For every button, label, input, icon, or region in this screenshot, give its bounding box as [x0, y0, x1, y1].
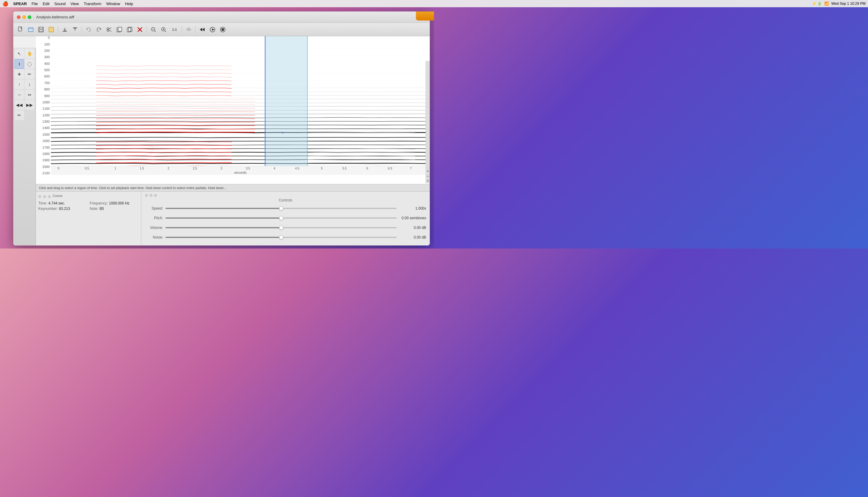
- x-tick-25: 2.5: [193, 167, 197, 170]
- minimize-button[interactable]: [22, 15, 26, 19]
- toolbar: 1:1: [13, 23, 430, 36]
- cursor-time-label: Time:: [38, 201, 47, 205]
- y-label-900: 900: [37, 95, 50, 98]
- maximize-button[interactable]: [28, 15, 31, 19]
- pitch-slider[interactable]: [165, 217, 397, 219]
- x-tick-5: 5: [321, 167, 323, 170]
- close-button[interactable]: [17, 15, 20, 19]
- compress-right-tool[interactable]: ▶▶: [25, 100, 34, 110]
- y-axis: 2100 2000 1900 1800 1700 1600 1500 1400 …: [36, 36, 51, 175]
- y-label-1800: 1800: [37, 152, 50, 156]
- y-label-1400: 1400: [37, 126, 50, 130]
- menu-help[interactable]: Help: [123, 1, 136, 6]
- y-label-1600: 1600: [37, 139, 50, 143]
- menu-file[interactable]: File: [29, 1, 40, 6]
- svg-rect-0: [18, 27, 22, 31]
- zoom-reset-button[interactable]: 1:1: [169, 25, 180, 34]
- svg-point-9: [107, 30, 109, 31]
- cursor-freq-row: Frequency: 1000.000 Hz: [90, 201, 139, 205]
- menu-window[interactable]: Window: [104, 1, 122, 6]
- delete-button[interactable]: [135, 25, 145, 34]
- scrollbar-right[interactable]: [426, 61, 430, 183]
- zoom-out-scroll-button[interactable]: +: [426, 179, 430, 183]
- new-button[interactable]: [16, 25, 25, 34]
- controls-panel: Controls Speed: 1.000x Pitch:: [141, 191, 430, 245]
- import-right-button[interactable]: [70, 25, 80, 34]
- ibeam-tool[interactable]: I: [14, 59, 24, 69]
- spectral-display[interactable]: 2100 2000 1900 1800 1700 1600 1500 1400 …: [36, 36, 430, 184]
- play-button[interactable]: [208, 25, 217, 34]
- hand-tool[interactable]: ✋: [25, 49, 34, 58]
- y-label-400: 400: [37, 62, 50, 66]
- apple-menu-icon[interactable]: 🍎: [2, 1, 9, 6]
- move-right-tool[interactable]: ⇔: [25, 90, 34, 100]
- zoom-minus-label: –: [426, 174, 430, 178]
- paste-from-button[interactable]: [125, 25, 134, 34]
- pitch-value: 0.00 semitones: [399, 216, 426, 220]
- noise-value: 0.00 dB: [399, 235, 426, 239]
- scissors-button[interactable]: [104, 25, 114, 34]
- import-left-button[interactable]: [60, 25, 70, 34]
- speed-slider[interactable]: [165, 208, 397, 209]
- pitch-row: Pitch: 0.00 semitones: [145, 214, 426, 222]
- volume-slider[interactable]: [165, 227, 397, 228]
- svg-point-8: [107, 28, 109, 30]
- svg-marker-26: [200, 28, 202, 31]
- x-tick-1: 1: [115, 167, 116, 170]
- draw-tool[interactable]: ✏: [14, 110, 24, 120]
- redo-button[interactable]: [94, 25, 104, 34]
- x-tick-6: 6: [367, 167, 368, 170]
- status-bar: Click and drag to select a region of tim…: [36, 184, 430, 191]
- x-tick-45: 4.5: [295, 167, 299, 170]
- noise-slider[interactable]: [165, 237, 397, 238]
- compress-left-tool[interactable]: ◀◀: [14, 100, 24, 110]
- pointer-tool[interactable]: ↖: [14, 49, 24, 58]
- controls-close-dot[interactable]: [145, 194, 148, 197]
- svg-line-22: [165, 30, 166, 32]
- move-down-tool[interactable]: ↕: [25, 80, 34, 89]
- undo-button[interactable]: [84, 25, 93, 34]
- rewind-button[interactable]: [197, 25, 207, 34]
- pencil-tool[interactable]: ✏: [25, 69, 34, 79]
- controls-max-dot[interactable]: [154, 194, 157, 197]
- y-label-700: 700: [37, 82, 50, 85]
- controls-min-dot[interactable]: [149, 194, 152, 197]
- zoom-out-button[interactable]: [149, 25, 158, 34]
- zoom-in-scroll-button[interactable]: +: [426, 169, 430, 173]
- menu-edit[interactable]: Edit: [40, 1, 52, 6]
- stop-button[interactable]: [218, 25, 227, 34]
- menu-transform[interactable]: Transform: [82, 1, 104, 6]
- svg-rect-34: [51, 36, 430, 175]
- menu-sound[interactable]: Sound: [52, 1, 68, 6]
- export-button[interactable]: [46, 25, 56, 34]
- volume-row: Volume: 0.00 dB: [145, 224, 426, 231]
- cursor-close-dot[interactable]: [38, 195, 41, 198]
- copy-to-button[interactable]: [115, 25, 124, 34]
- cursor-max-dot[interactable]: [48, 195, 51, 198]
- save-button[interactable]: [36, 25, 46, 34]
- cursor-keynumber-value: 83.213: [59, 207, 70, 211]
- svg-rect-35: [265, 36, 307, 175]
- cursor-min-dot[interactable]: [43, 195, 46, 198]
- cursor-time-value: 4.744 sec.: [48, 201, 65, 205]
- menu-view[interactable]: View: [68, 1, 82, 6]
- cursor-keynumber-row: Keynumber: 83.213: [38, 207, 87, 211]
- x-tick-7: 7: [410, 167, 412, 170]
- move-left-tool[interactable]: ↔: [14, 90, 24, 100]
- svg-point-38: [282, 132, 284, 133]
- y-label-1900: 1900: [37, 159, 50, 162]
- zoom-in-button[interactable]: [159, 25, 168, 34]
- open-button[interactable]: [26, 25, 35, 34]
- orange-tab: [416, 12, 434, 20]
- cursor-keynumber-label: Keynumber:: [38, 207, 58, 211]
- svg-line-10: [109, 28, 112, 29]
- settings-button[interactable]: [184, 25, 193, 34]
- spectral-canvas[interactable]: 0 0.5 1 1.5 2 2.5 3 3.5 4 4.5 5 5.5 6 6.…: [51, 36, 430, 175]
- menu-app[interactable]: SPEAR: [11, 1, 29, 6]
- x-tick-4: 4: [274, 167, 276, 170]
- move-up-tool[interactable]: ↑: [14, 80, 24, 89]
- add-tool[interactable]: +: [14, 69, 24, 79]
- svg-marker-27: [202, 28, 205, 31]
- lasso-tool[interactable]: ◌: [25, 59, 34, 69]
- controls-tl-row: [145, 194, 426, 197]
